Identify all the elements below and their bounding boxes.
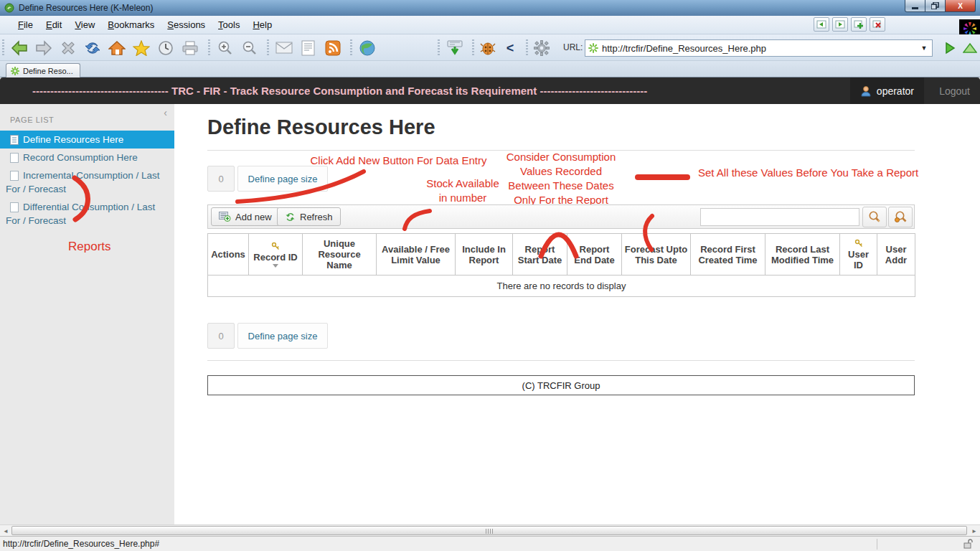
restore-button[interactable] (925, 0, 946, 12)
add-new-button[interactable]: Add new (211, 207, 280, 226)
empty-row: There are no records to display (208, 276, 915, 297)
resources-table: Actions Record ID Unique Resource Name A… (207, 233, 915, 297)
back-button[interactable] (9, 38, 29, 58)
unlocked-padlock-icon (963, 539, 973, 549)
search-button[interactable] (862, 207, 887, 227)
zoom-in-button[interactable] (215, 38, 235, 58)
sidebar-item-incremental-consumption[interactable]: Incremental Consumption / Last For / For… (0, 166, 174, 198)
col-record-id[interactable]: Record ID (249, 234, 303, 276)
annotation-set-all-values: Set All these Values Before You Take a R… (698, 166, 918, 179)
sidebar-item-define-resources[interactable]: Define Resources Here (0, 131, 174, 149)
tab-spinner-icon (11, 67, 19, 75)
annotation-consider-consumption: Consider Consumption Values Recorded Bet… (504, 150, 618, 207)
col-user-addr[interactable]: User Addr (877, 234, 915, 276)
home-button[interactable] (107, 38, 127, 58)
col-user-id[interactable]: User ID (840, 234, 877, 276)
col-record-last-modified[interactable]: Record Last Modified Time (765, 234, 840, 276)
scrollbar-thumb[interactable] (11, 526, 967, 535)
col-available-free-limit[interactable]: Available / Free Limit Value (377, 234, 456, 276)
next-tab-button[interactable] (832, 17, 848, 32)
col-actions[interactable]: Actions (208, 234, 249, 276)
tab-define-resources[interactable]: Define Reso... (6, 63, 80, 77)
url-label: URL: (563, 42, 583, 52)
page-title: Define Resources Here (207, 116, 435, 139)
zoom-out-button[interactable] (240, 38, 260, 58)
url-spinner-icon (588, 43, 598, 53)
document-icon (10, 202, 19, 212)
bug-report-button[interactable] (478, 38, 498, 58)
scroll-top-button[interactable] (960, 38, 980, 58)
go-button[interactable] (940, 38, 960, 58)
menu-bar: File Edit View Bookmarks Sessions Tools … (0, 16, 980, 34)
menu-sessions[interactable]: Sessions (161, 17, 212, 32)
tab-label: Define Reso... (23, 67, 73, 75)
col-record-first-created[interactable]: Record First Created Time (691, 234, 765, 276)
url-bar[interactable]: ▼ (585, 39, 933, 57)
main-panel: Define Resources Here Click Add New Butt… (174, 104, 980, 524)
pager-top: 0 Define page size (207, 166, 328, 192)
logout-link[interactable]: Logout (939, 77, 970, 104)
history-button[interactable] (156, 38, 176, 58)
url-input[interactable] (602, 43, 919, 54)
stop-button[interactable] (58, 38, 78, 58)
grid-toolbar: Add new Refresh (207, 204, 915, 229)
page-content: ‹ PAGE LIST Define Resources Here Record… (0, 104, 980, 524)
user-badge[interactable]: operator (850, 77, 924, 104)
chevron-left-icon[interactable]: < (500, 38, 520, 58)
app-icon (4, 3, 14, 13)
status-separator (877, 539, 877, 550)
user-name: operator (877, 85, 914, 97)
col-include-in-report[interactable]: Include In Report (456, 234, 513, 276)
new-tab-button[interactable] (851, 17, 867, 32)
divider (207, 360, 915, 361)
prev-tab-button[interactable] (814, 17, 829, 32)
scroll-left-arrow[interactable]: ◄ (0, 525, 11, 537)
print-button[interactable] (180, 38, 200, 58)
refresh-icon (285, 212, 296, 222)
menu-file[interactable]: File (11, 17, 39, 32)
menu-tools[interactable]: Tools (212, 17, 246, 32)
menu-help[interactable]: Help (246, 17, 278, 32)
col-report-end-date[interactable]: Report End Date (567, 234, 622, 276)
advanced-search-button[interactable] (888, 207, 913, 227)
search-input[interactable] (700, 208, 859, 226)
browser-window: Define Resources Here (K-Meleon) X File … (0, 0, 980, 551)
col-report-start-date[interactable]: Report Start Date (513, 234, 567, 276)
forward-button[interactable] (34, 38, 54, 58)
bookmarks-button[interactable] (131, 38, 151, 58)
download-manager-button[interactable] (445, 38, 465, 58)
table-header-row: Actions Record ID Unique Resource Name A… (208, 234, 915, 276)
minimize-button[interactable] (905, 0, 925, 12)
annotation-click-add-new: Click Add New Button For Data Entry (300, 154, 497, 166)
sidebar-item-differential-consumption[interactable]: Differential Consumption / Last For / Fo… (0, 198, 174, 230)
refresh-button[interactable]: Refresh (277, 207, 341, 226)
define-page-size-button[interactable]: Define page size (237, 323, 328, 349)
menu-view[interactable]: View (68, 17, 101, 32)
col-unique-resource-name[interactable]: Unique Resource Name (303, 234, 377, 276)
app-banner: -------------------------------------- T… (0, 77, 980, 104)
reload-button[interactable] (83, 38, 103, 58)
col-forecast-upto[interactable]: Forecast Upto This Date (622, 234, 691, 276)
news-page-button[interactable] (298, 38, 319, 58)
sidebar-item-record-consumption[interactable]: Record Consumption Here (0, 149, 174, 166)
document-icon (10, 153, 19, 163)
key-icon (271, 242, 280, 250)
settings-gear-button[interactable] (532, 38, 552, 58)
sidebar-collapse-icon[interactable]: ‹ (164, 107, 167, 118)
close-tab-button[interactable] (870, 17, 885, 32)
rss-button[interactable] (323, 38, 343, 58)
page-list-sidebar: ‹ PAGE LIST Define Resources Here Record… (0, 104, 174, 524)
mail-button[interactable] (274, 38, 294, 58)
empty-message: There are no records to display (208, 276, 915, 297)
define-page-size-button[interactable]: Define page size (237, 166, 328, 192)
horizontal-scrollbar[interactable]: ◄ ► (0, 524, 980, 536)
document-icon (10, 171, 19, 181)
add-new-icon (219, 212, 231, 222)
globe-button[interactable] (357, 38, 377, 58)
title-bar: Define Resources Here (K-Meleon) X (0, 0, 980, 16)
menu-edit[interactable]: Edit (39, 17, 68, 32)
url-dropdown-arrow[interactable]: ▼ (919, 44, 929, 52)
menu-bookmarks[interactable]: Bookmarks (101, 17, 161, 32)
scroll-right-arrow[interactable]: ► (969, 525, 980, 537)
close-button[interactable]: X (946, 0, 976, 12)
